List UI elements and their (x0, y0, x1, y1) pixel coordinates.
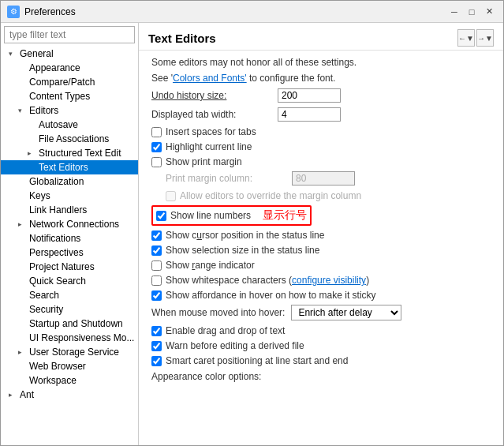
sidebar-item-ui-responsiveness[interactable]: UI Responsiveness Mo... (1, 331, 138, 345)
enable-drag-drop-checkbox[interactable] (151, 326, 162, 336)
maximize-button[interactable]: □ (464, 4, 480, 20)
show-selection-size-checkbox[interactable] (151, 245, 162, 256)
show-affordance-label[interactable]: Show affordance in hover on how to make … (166, 290, 376, 301)
sidebar-item-security[interactable]: Security (1, 302, 138, 317)
tab-width-row: Displayed tab width: (151, 107, 491, 122)
highlight-current-row: Highlight current line (151, 141, 491, 152)
sidebar-item-workspace[interactable]: Workspace (1, 373, 138, 388)
sidebar-item-project-natures[interactable]: Project Natures (1, 260, 138, 274)
tab-width-input[interactable] (278, 107, 341, 122)
appearance-color-label: Appearance color options: (151, 371, 491, 382)
info-prefix: See ' (151, 73, 173, 84)
show-cursor-pos-checkbox[interactable] (151, 230, 162, 241)
sidebar-item-startup-shutdown[interactable]: Startup and Shutdown (1, 317, 138, 331)
sidebar-item-perspectives[interactable]: Perspectives (1, 245, 138, 260)
sidebar-item-keys[interactable]: Keys (1, 189, 138, 203)
smart-caret-label[interactable]: Smart caret positioning at line start an… (166, 355, 348, 366)
sidebar-item-label: Quick Search (29, 275, 86, 287)
highlight-current-checkbox[interactable] (151, 142, 162, 152)
sidebar-item-label: Network Connections (29, 219, 119, 230)
show-range-label[interactable]: Show range indicator (166, 260, 255, 271)
nav-buttons: ←▼ →▼ (457, 29, 494, 47)
sidebar-item-label: Security (29, 304, 63, 315)
mouse-hover-row: When mouse moved into hover: Enrich afte… (151, 305, 491, 320)
sidebar-item-label: Notifications (29, 233, 80, 244)
minimize-button[interactable]: ─ (446, 4, 462, 20)
show-affordance-row: Show affordance in hover on how to make … (151, 290, 491, 301)
show-whitespace-checkbox[interactable] (151, 275, 162, 286)
show-affordance-checkbox[interactable] (151, 290, 162, 301)
sidebar-item-web-browser[interactable]: Web Browser (1, 359, 138, 373)
info-suffix: to configure the font. (247, 73, 336, 84)
show-print-margin-row: Show print margin (151, 156, 491, 167)
insert-spaces-row: Insert spaces for tabs (151, 126, 491, 137)
sidebar-item-editors[interactable]: ▾Editors (1, 103, 138, 118)
main-content: ▾GeneralAppearanceCompare/PatchContent T… (1, 23, 503, 445)
sidebar-item-label: Compare/Patch (29, 77, 95, 88)
sidebar-item-compare-patch[interactable]: Compare/Patch (1, 75, 138, 89)
nav-forward-button[interactable]: →▼ (476, 29, 494, 47)
sidebar-item-ant[interactable]: ▸Ant (1, 388, 138, 402)
sidebar-item-link-handlers[interactable]: Link Handlers (1, 203, 138, 217)
sidebar-item-label: Search (29, 290, 59, 301)
mouse-hover-select[interactable]: Enrich after delay Enrich immediately Ne… (291, 305, 401, 320)
sidebar-item-text-editors[interactable]: Text Editors (1, 160, 138, 174)
colors-fonts-link[interactable]: Colors and Fonts' (173, 73, 247, 84)
allow-override-label: Allow editors to override the margin col… (180, 190, 361, 201)
show-line-numbers-checkbox[interactable] (156, 211, 166, 221)
show-selection-size-label[interactable]: Show selection size in the status line (166, 245, 319, 256)
sidebar-item-label: Ant (20, 389, 34, 400)
enable-drag-drop-label[interactable]: Enable drag and drop of text (166, 325, 285, 336)
sidebar-item-label: Text Editors (39, 162, 88, 173)
sidebar-item-autosave[interactable]: Autosave (1, 118, 138, 132)
show-cursor-pos-label[interactable]: Show cursor position in the status line (166, 230, 324, 241)
configure-visibility-link[interactable]: configure visibility (292, 275, 366, 286)
annotation-text: 显示行号 (263, 208, 307, 223)
filter-input[interactable] (4, 26, 135, 43)
sidebar-item-label: Startup and Shutdown (29, 318, 123, 329)
sidebar-item-label: Project Natures (29, 261, 95, 272)
close-button[interactable]: ✕ (481, 4, 497, 20)
sidebar-item-user-storage-service[interactable]: ▸User Storage Service (1, 345, 138, 359)
sidebar-item-label: File Associations (39, 133, 109, 144)
warn-before-editing-checkbox[interactable] (151, 341, 162, 351)
window-title: Preferences (24, 6, 76, 17)
sidebar-item-label: UI Responsiveness Mo... (29, 332, 134, 343)
show-range-checkbox[interactable] (151, 260, 162, 271)
show-whitespace-label[interactable]: Show whitespace characters (configure vi… (166, 275, 369, 286)
sidebar-item-appearance[interactable]: Appearance (1, 61, 138, 75)
sidebar-item-notifications[interactable]: Notifications (1, 231, 138, 245)
sidebar-item-general[interactable]: ▾General (1, 47, 138, 61)
warn-before-editing-label[interactable]: Warn before editing a derived file (166, 340, 304, 351)
sidebar-item-content-types[interactable]: Content Types (1, 89, 138, 103)
show-print-margin-label[interactable]: Show print margin (166, 156, 242, 167)
window-controls: ─ □ ✕ (446, 4, 497, 20)
show-line-numbers-label[interactable]: Show line numbers (170, 210, 251, 221)
sidebar-item-file-associations[interactable]: File Associations (1, 132, 138, 146)
mouse-hover-label: When mouse moved into hover: (151, 307, 285, 318)
sidebar-item-globalization[interactable]: Globalization (1, 174, 138, 189)
sidebar-item-label: Globalization (29, 176, 84, 187)
chevron-icon: ▸ (9, 391, 18, 399)
show-print-margin-checkbox[interactable] (151, 157, 162, 167)
smart-caret-checkbox[interactable] (151, 356, 162, 366)
warn-before-editing-row: Warn before editing a derived file (151, 340, 491, 351)
insert-spaces-checkbox[interactable] (151, 127, 162, 137)
highlight-current-label[interactable]: Highlight current line (166, 141, 252, 152)
enable-drag-drop-row: Enable drag and drop of text (151, 325, 491, 336)
sidebar-item-structured-text-edit[interactable]: ▸Structured Text Edit (1, 146, 138, 160)
sidebar-item-label: Workspace (29, 375, 77, 386)
show-line-numbers-row: Show line numbers 显示行号 (151, 205, 312, 226)
preferences-window: ⚙ Preferences ─ □ ✕ ▾GeneralAppearanceCo… (0, 0, 504, 446)
sidebar-item-search[interactable]: Search (1, 288, 138, 302)
sidebar-item-quick-search[interactable]: Quick Search (1, 274, 138, 288)
title-bar: ⚙ Preferences ─ □ ✕ (1, 1, 503, 23)
insert-spaces-label[interactable]: Insert spaces for tabs (166, 126, 256, 137)
content-header: Text Editors ←▼ →▼ (139, 23, 503, 51)
nav-back-button[interactable]: ←▼ (457, 29, 475, 47)
undo-history-input[interactable] (278, 88, 341, 103)
title-bar-left: ⚙ Preferences (7, 6, 76, 18)
show-cursor-pos-row: Show cursor position in the status line (151, 230, 491, 241)
sidebar-item-network-connections[interactable]: ▸Network Connections (1, 217, 138, 231)
tree: ▾GeneralAppearanceCompare/PatchContent T… (1, 47, 138, 445)
